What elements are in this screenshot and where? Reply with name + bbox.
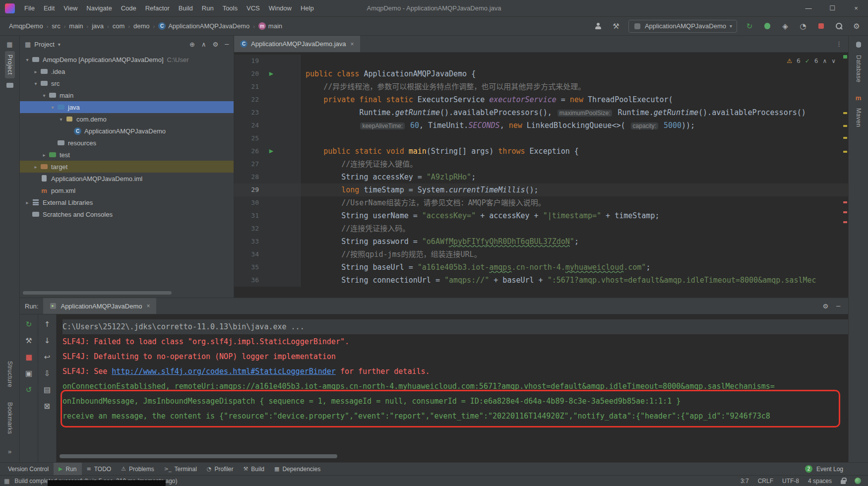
event-log-button[interactable]: 2 Event Log xyxy=(805,465,865,473)
lock-icon[interactable] xyxy=(841,480,846,484)
tree-row[interactable]: resources xyxy=(20,137,234,149)
horizontal-scrollbar[interactable] xyxy=(60,454,337,458)
breadcrumb-item[interactable]: ApplicationAMQPJavaDemo xyxy=(157,22,250,30)
next-problem-icon[interactable]: ∨ xyxy=(831,58,836,64)
more-options-icon[interactable]: ⋮ xyxy=(830,36,848,52)
error-stripe[interactable] xyxy=(842,53,848,298)
code-editor[interactable]: 1920▶public class ApplicationAMQPJavaDem… xyxy=(234,53,848,298)
tree-row[interactable]: ▸test xyxy=(20,149,234,161)
tree-row[interactable]: ApplicationAMQPJavaDemo.iml xyxy=(20,173,234,184)
project-panel-title[interactable]: Project xyxy=(34,41,54,48)
code-with-me-icon[interactable] xyxy=(593,21,604,32)
collapse-all-icon[interactable]: ∧ xyxy=(201,41,206,48)
tree-row[interactable]: ▾com.demo xyxy=(20,113,234,125)
tree-row[interactable]: ▾AmqpDemo [ApplicationAMQPJavaDemo]C:\Us… xyxy=(20,54,234,65)
toolwindow-run-button[interactable]: ▶Run xyxy=(54,463,81,475)
notifications-icon[interactable] xyxy=(855,478,861,484)
chevron-right-icon[interactable]: ▸ xyxy=(41,152,48,158)
menu-item-run[interactable]: Run xyxy=(197,0,218,17)
folder-icon[interactable] xyxy=(6,81,14,89)
print-icon[interactable]: ▤ xyxy=(41,384,53,396)
menu-item-vcs[interactable]: VCS xyxy=(242,0,264,17)
clear-all-icon[interactable]: ⊠ xyxy=(41,400,53,412)
horizontal-scrollbar[interactable] xyxy=(23,291,172,295)
more-toolwindows-icon[interactable]: » xyxy=(8,448,11,455)
menu-item-refactor[interactable]: Refactor xyxy=(141,0,174,17)
tree-row[interactable]: Scratches and Consoles xyxy=(20,208,234,220)
chevron-right-icon[interactable]: ▸ xyxy=(32,164,39,170)
tree-row[interactable]: pom.xml xyxy=(20,184,234,196)
chevron-down-icon[interactable]: ▾ xyxy=(49,105,56,110)
hide-toolwindow-icon[interactable]: ─ xyxy=(836,303,840,310)
rerun-icon[interactable]: ↻ xyxy=(23,318,35,330)
select-opened-file-icon[interactable]: ⊕ xyxy=(189,41,195,48)
chevron-down-icon[interactable]: ▾ xyxy=(58,42,61,47)
settings-button[interactable]: ⚙ xyxy=(851,21,862,32)
profiler-button[interactable]: ◔ xyxy=(798,21,808,32)
menu-item-view[interactable]: View xyxy=(59,0,82,17)
editor-tab[interactable]: ApplicationAMQPJavaDemo.java × xyxy=(234,36,360,52)
search-everywhere-button[interactable] xyxy=(833,21,844,32)
toolwindow-bookmarks-button[interactable]: Bookmarks xyxy=(5,399,15,438)
coverage-button[interactable]: ◈ xyxy=(780,21,791,32)
tree-row[interactable]: ▾java xyxy=(20,101,234,113)
edit-configuration-icon[interactable]: ⚒ xyxy=(23,335,35,347)
close-icon[interactable]: × xyxy=(147,303,150,309)
console-output[interactable]: C:\Users\25122\.jdks\corretto-11.0.13\bi… xyxy=(57,314,848,462)
breadcrumb-item[interactable]: java xyxy=(91,22,105,30)
breadcrumb-item[interactable]: demo xyxy=(132,22,151,30)
menu-item-help[interactable]: Help xyxy=(296,0,318,17)
toolwindow-database-button[interactable]: Database xyxy=(854,52,864,86)
close-icon[interactable]: × xyxy=(350,41,354,48)
toolwindow-build-button[interactable]: ⚒Build xyxy=(238,463,269,475)
menu-item-build[interactable]: Build xyxy=(174,0,197,17)
chevron-down-icon[interactable]: ▾ xyxy=(58,117,64,122)
chevron-right-icon[interactable]: ▸ xyxy=(32,69,39,74)
minimize-button[interactable]: — xyxy=(797,0,820,16)
toolwindow-maven-button[interactable]: Maven xyxy=(854,105,864,131)
toolwindow-profiler-button[interactable]: ◔Profiler xyxy=(202,463,239,475)
up-stack-trace-icon[interactable]: ↑ xyxy=(41,318,53,330)
menu-item-code[interactable]: Code xyxy=(117,0,141,17)
toolwindow-structure-button[interactable]: Structure xyxy=(5,358,15,391)
toolwindow-terminal-button[interactable]: >_Terminal xyxy=(159,463,202,475)
settings-icon[interactable]: ⚙ xyxy=(213,41,219,48)
chevron-down-icon[interactable]: ▾ xyxy=(41,93,48,98)
close-button[interactable]: × xyxy=(844,0,868,16)
settings-icon[interactable]: ⚙ xyxy=(823,303,829,310)
tree-row[interactable]: ▾main xyxy=(20,89,234,101)
rerun-button[interactable]: ↻ xyxy=(744,21,755,32)
run-line-icon[interactable]: ▶ xyxy=(266,67,277,80)
file-encoding[interactable]: UTF-8 xyxy=(782,478,799,485)
tree-row[interactable]: ApplicationAMQPJavaDemo xyxy=(20,125,234,137)
chevron-down-icon[interactable]: ▾ xyxy=(24,57,31,62)
run-tab[interactable]: ApplicationAMQPJavaDemo × xyxy=(43,298,156,314)
breadcrumb-item[interactable]: src xyxy=(51,22,61,30)
toolwindow-problems-button[interactable]: ⚠Problems xyxy=(116,463,159,475)
menu-item-window[interactable]: Window xyxy=(264,0,296,17)
toolwindow-project-button[interactable]: Project xyxy=(5,51,15,78)
tree-row[interactable]: ▸.idea xyxy=(20,65,234,77)
soft-wrap-icon[interactable]: ↩ xyxy=(41,351,53,363)
toolwindow-version-control-button[interactable]: Version Control xyxy=(3,463,54,475)
maximize-button[interactable]: ☐ xyxy=(820,0,844,16)
chevron-down-icon[interactable]: ▾ xyxy=(32,81,39,86)
chevron-right-icon[interactable]: ▸ xyxy=(24,200,31,205)
inspections-widget[interactable]: ⚠ 6 ✓ 6 ∧ ∨ xyxy=(783,57,839,65)
menu-item-tools[interactable]: Tools xyxy=(218,0,242,17)
breadcrumb-item[interactable]: AmqpDemo xyxy=(8,22,44,30)
caret-position[interactable]: 3:7 xyxy=(741,478,749,485)
breadcrumb-item[interactable]: main xyxy=(68,22,84,30)
toolwindow-dependencies-button[interactable]: ▦Dependencies xyxy=(269,463,325,475)
run-configuration-select[interactable]: ApplicationAMQPJavaDemo ▾ xyxy=(628,20,737,33)
toolwindow-todo-button[interactable]: ≡TODO xyxy=(82,463,117,475)
thread-dump-icon[interactable]: ▣ xyxy=(23,367,35,379)
gc-icon[interactable]: ↺ xyxy=(23,384,35,396)
debug-button[interactable] xyxy=(762,21,773,32)
menu-item-edit[interactable]: Edit xyxy=(39,0,59,17)
stop-icon[interactable]: ■ xyxy=(23,351,35,363)
scroll-to-end-icon[interactable]: ⇩ xyxy=(41,367,53,379)
toolwindow-switcher-icon[interactable]: ▦ xyxy=(6,41,12,48)
menu-item-file[interactable]: File xyxy=(20,0,39,17)
down-stack-trace-icon[interactable]: ↓ xyxy=(41,335,53,347)
